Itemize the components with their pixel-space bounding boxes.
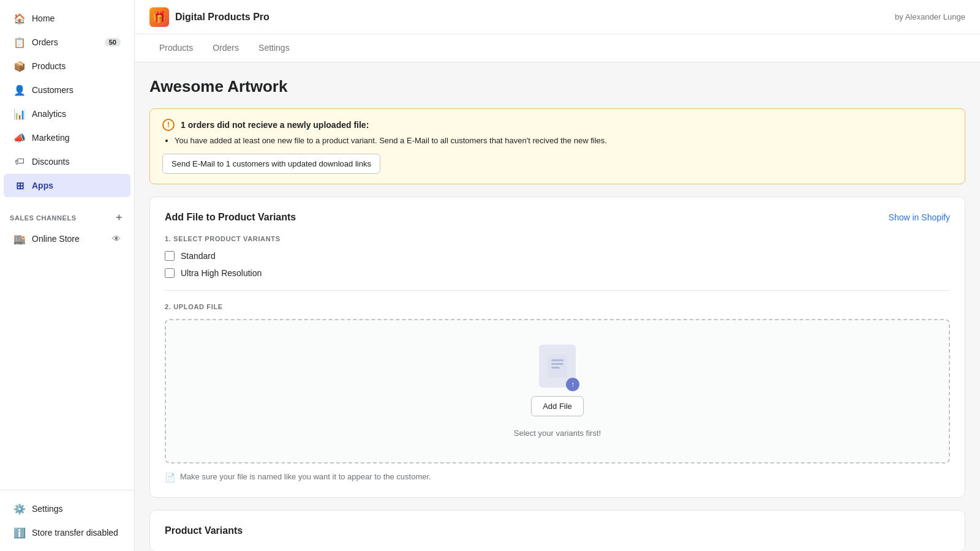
warning-icon: ! bbox=[162, 119, 175, 131]
variant-checkbox-ultra-high-resolution[interactable] bbox=[165, 268, 175, 278]
sidebar-bottom: ⚙️ Settings ℹ️ Store transfer disabled bbox=[0, 490, 134, 551]
sidebar-item-marketing[interactable]: 📣 Marketing bbox=[4, 126, 130, 149]
product-variants-title: Product Variants bbox=[165, 525, 950, 536]
add-file-card: Add File to Product Variants Show in Sho… bbox=[149, 197, 965, 498]
sales-channels-label: SALES CHANNELS ＋ bbox=[0, 204, 134, 227]
sidebar-icon-apps: ⊞ bbox=[13, 179, 26, 192]
main-content: 🎁 Digital Products Pro by Alexander Lung… bbox=[135, 0, 980, 551]
sidebar-icon-orders: 📋 bbox=[13, 36, 26, 48]
note-row: 📄 Make sure your file is named like you … bbox=[165, 472, 950, 482]
sidebar-label-discounts: Discounts bbox=[32, 157, 69, 167]
sidebar-icon-analytics: 📊 bbox=[13, 108, 26, 120]
upload-area[interactable]: ↑ Add File Select your variants first! bbox=[165, 319, 950, 463]
variant-checkbox-standard[interactable] bbox=[165, 251, 175, 261]
warning-title: ! 1 orders did not recieve a newly uploa… bbox=[162, 119, 952, 131]
app-author: by Alexander Lunge bbox=[895, 12, 965, 21]
note-text: Make sure your file is named like you wa… bbox=[180, 472, 431, 481]
tab-settings[interactable]: Settings bbox=[249, 34, 300, 62]
svg-rect-3 bbox=[551, 367, 560, 369]
sidebar-icon-store-transfer: ℹ️ bbox=[13, 527, 26, 539]
step1-label: 1. SELECT PRODUCT VARIANTS bbox=[165, 235, 950, 242]
variant-label-ultra-high-resolution: Ultra High Resolution bbox=[181, 268, 262, 278]
sidebar-label-products: Products bbox=[32, 61, 66, 71]
step2-label: 2. UPLOAD FILE bbox=[165, 303, 950, 310]
sidebar-label-marketing: Marketing bbox=[32, 133, 69, 143]
svg-rect-2 bbox=[551, 363, 564, 365]
sidebar-label-orders: Orders bbox=[32, 37, 58, 47]
page-title: Awesome Artwork bbox=[149, 77, 965, 96]
tab-orders[interactable]: Orders bbox=[203, 34, 249, 62]
card-title: Add File to Product Variants bbox=[165, 212, 296, 223]
sidebar-item-home[interactable]: 🏠 Home bbox=[4, 7, 130, 30]
app-header: 🎁 Digital Products Pro by Alexander Lung… bbox=[135, 0, 980, 34]
section-divider bbox=[165, 290, 950, 291]
variant-row-ultra-high-resolution: Ultra High Resolution bbox=[165, 268, 950, 278]
upload-hint: Select your variants first! bbox=[178, 429, 937, 438]
send-email-button[interactable]: Send E-Mail to 1 customers with updated … bbox=[162, 154, 380, 174]
sidebar-item-orders[interactable]: 📋 Orders 50 bbox=[4, 31, 130, 54]
sidebar-item-customers[interactable]: 👤 Customers bbox=[4, 78, 130, 102]
card-header: Add File to Product Variants Show in Sho… bbox=[165, 212, 950, 223]
sidebar-icon-online-store: 🏬 bbox=[13, 233, 26, 245]
badge-orders: 50 bbox=[105, 38, 121, 47]
visibility-icon-online-store[interactable]: 👁 bbox=[112, 234, 121, 244]
sidebar-nav: 🏠 Home 📋 Orders 50 📦 Products 👤 Customer… bbox=[0, 0, 134, 490]
svg-rect-1 bbox=[551, 359, 564, 361]
app-title: Digital Products Pro bbox=[175, 12, 270, 23]
sidebar-item-apps[interactable]: ⊞ Apps bbox=[4, 174, 130, 197]
variant-label-standard: Standard bbox=[181, 251, 216, 261]
sidebar-label-settings: Settings bbox=[32, 504, 63, 514]
page-content: Awesome Artwork ! 1 orders did not recie… bbox=[135, 62, 980, 551]
sidebar-icon-discounts: 🏷 bbox=[13, 156, 26, 168]
sidebar-icon-products: 📦 bbox=[13, 60, 26, 72]
add-file-button[interactable]: Add File bbox=[531, 396, 584, 416]
sidebar-label-customers: Customers bbox=[32, 85, 74, 95]
sidebar-item-discounts[interactable]: 🏷 Discounts bbox=[4, 150, 130, 173]
sidebar: 🏠 Home 📋 Orders 50 📦 Products 👤 Customer… bbox=[0, 0, 135, 551]
app-header-left: 🎁 Digital Products Pro bbox=[149, 7, 270, 27]
svg-rect-0 bbox=[548, 354, 567, 378]
sidebar-item-analytics[interactable]: 📊 Analytics bbox=[4, 102, 130, 126]
sidebar-icon-marketing: 📣 bbox=[13, 132, 26, 144]
sidebar-label-analytics: Analytics bbox=[32, 109, 66, 119]
warning-banner: ! 1 orders did not recieve a newly uploa… bbox=[149, 108, 965, 184]
sidebar-label-online-store: Online Store bbox=[32, 234, 80, 244]
show-in-shopify-link[interactable]: Show in Shopify bbox=[889, 212, 950, 222]
tab-products[interactable]: Products bbox=[149, 34, 203, 62]
add-sales-channel-icon[interactable]: ＋ bbox=[114, 211, 124, 224]
sidebar-icon-customers: 👤 bbox=[13, 84, 26, 96]
sidebar-item-online-store[interactable]: 🏬 Online Store 👁 bbox=[4, 227, 130, 250]
sidebar-icon-settings: ⚙️ bbox=[13, 503, 26, 515]
sidebar-item-settings[interactable]: ⚙️ Settings bbox=[4, 497, 130, 520]
upload-arrow-badge: ↑ bbox=[566, 378, 579, 391]
app-icon: 🎁 bbox=[149, 7, 169, 27]
sidebar-icon-home: 🏠 bbox=[13, 12, 26, 24]
sidebar-label-home: Home bbox=[32, 13, 55, 23]
product-variants-card: Product Variants bbox=[149, 510, 965, 551]
warning-body: You have added at least one new file to … bbox=[162, 136, 952, 145]
variant-row-standard: Standard bbox=[165, 251, 950, 261]
sidebar-label-apps: Apps bbox=[32, 181, 53, 190]
sidebar-label-store-transfer: Store transfer disabled bbox=[32, 528, 118, 538]
sidebar-item-products[interactable]: 📦 Products bbox=[4, 54, 130, 78]
upload-icon-wrapper: ↑ bbox=[539, 345, 576, 388]
sidebar-item-store-transfer[interactable]: ℹ️ Store transfer disabled bbox=[4, 521, 130, 544]
note-icon: 📄 bbox=[165, 473, 175, 482]
tabs-bar: ProductsOrdersSettings bbox=[135, 34, 980, 62]
